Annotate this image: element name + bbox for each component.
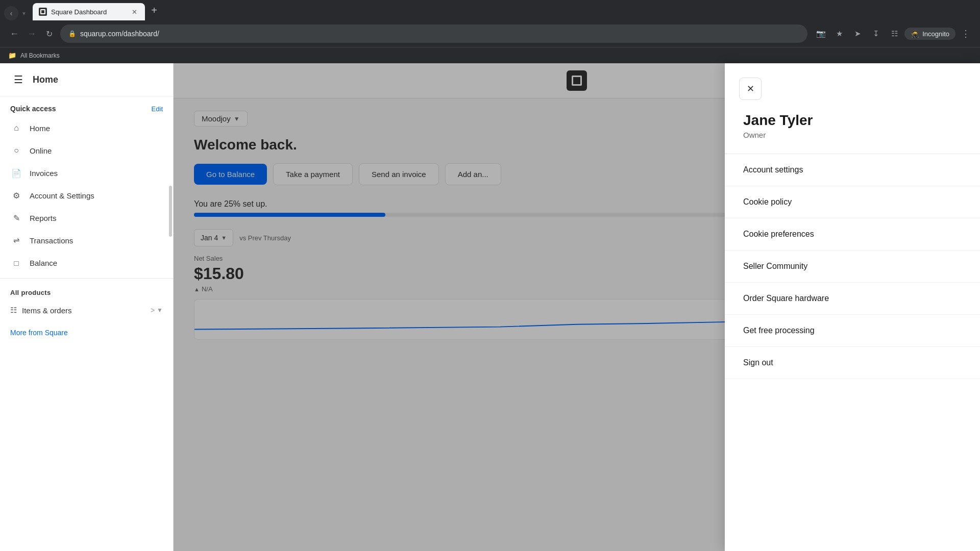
omnibar: ← → ↻ 🔒 squarup.com/dashboard/ 📷 ★ ➤ ↧ ☷… — [0, 20, 980, 47]
bookmarks-bar: 📁 All Bookmarks — [0, 47, 980, 63]
sidebar-home-title: Home — [33, 74, 58, 85]
panel-menu-item-cookie-preferences[interactable]: Cookie preferences — [725, 218, 980, 251]
bookmarks-folder-icon: 📁 — [8, 52, 16, 59]
panel-close-btn[interactable]: ✕ — [739, 78, 762, 100]
panel-menu-item-free-processing[interactable]: Get free processing — [725, 315, 980, 347]
items-orders-item[interactable]: ☷ Items & orders > ▼ — [0, 300, 173, 320]
bookmark-btn[interactable]: ★ — [831, 26, 847, 42]
sidebar: ☰ Home Quick access Edit ⌂ Home ○ Online… — [0, 63, 174, 551]
tab-bar: ‹ ▼ Square Dashboard ✕ + — [0, 0, 980, 20]
panel-menu-item-cookie-policy[interactable]: Cookie policy — [725, 186, 980, 218]
items-orders-chevron: > — [151, 306, 155, 314]
sidebar-transactions-label: Transactions — [30, 236, 73, 245]
home-icon: ⌂ — [10, 122, 22, 134]
items-orders-left: ☷ Items & orders — [10, 306, 72, 315]
address-url: squarup.com/dashboard/ — [80, 30, 799, 38]
back-btn[interactable]: ← — [6, 26, 22, 42]
sidebar-item-invoices[interactable]: 📄 Invoices — [0, 162, 173, 184]
all-products-title: All products — [0, 285, 173, 300]
tab-close-btn[interactable]: ✕ — [130, 7, 139, 16]
sidebar-item-reports[interactable]: ✎ Reports — [0, 207, 173, 229]
edit-quick-access-btn[interactable]: Edit — [152, 105, 163, 113]
address-bar[interactable]: 🔒 squarup.com/dashboard/ — [60, 24, 807, 43]
more-from-square-link[interactable]: More from Square — [10, 329, 68, 337]
download-btn[interactable]: ↧ — [868, 26, 884, 42]
hamburger-btn[interactable]: ☰ — [10, 71, 27, 88]
camera-btn[interactable]: 📷 — [813, 26, 829, 42]
sidebar-home-label: Home — [30, 124, 50, 133]
balance-icon: □ — [10, 257, 22, 269]
invoices-icon: 📄 — [10, 167, 22, 179]
profile-panel: ✕ Jane Tyler Owner Account settings Cook… — [725, 63, 980, 551]
sidebar-item-transactions[interactable]: ⇌ Transactions — [0, 229, 173, 252]
sidebar-item-balance[interactable]: □ Balance — [0, 252, 173, 274]
quick-access-header: Quick access Edit — [0, 103, 173, 117]
sidebar-item-home[interactable]: ⌂ Home — [0, 117, 173, 139]
items-orders-right: > ▼ — [151, 306, 163, 314]
sidebar-header: ☰ Home — [0, 63, 173, 96]
app-container: ☰ Home Quick access Edit ⌂ Home ○ Online… — [0, 63, 980, 551]
sidebar-item-online[interactable]: ○ Online — [0, 139, 173, 162]
sidebar-invoices-label: Invoices — [30, 169, 58, 178]
more-from-square: More from Square — [0, 324, 173, 345]
panel-menu-item-seller-community[interactable]: Seller Community — [725, 251, 980, 283]
quick-access-label: Quick access — [10, 105, 56, 113]
panel-user-name: Jane Tyler — [725, 100, 980, 131]
new-tab-btn[interactable]: + — [147, 3, 161, 17]
tab-title: Square Dashboard — [51, 8, 126, 16]
quick-access-section: Quick access Edit ⌂ Home ○ Online 📄 Invo… — [0, 96, 173, 276]
lock-icon: 🔒 — [68, 30, 76, 37]
account-settings-icon: ⚙ — [10, 189, 22, 202]
active-tab[interactable]: Square Dashboard ✕ — [33, 3, 145, 20]
sidebar-balance-label: Balance — [30, 259, 57, 267]
incognito-label: Incognito — [922, 30, 949, 38]
back-history-btn[interactable]: ‹ — [4, 6, 18, 20]
panel-menu-item-sign-out[interactable]: Sign out — [725, 347, 980, 379]
sidebar-divider-1 — [0, 278, 173, 279]
transactions-icon: ⇌ — [10, 234, 22, 246]
reports-icon: ✎ — [10, 212, 22, 224]
online-icon: ○ — [10, 144, 22, 157]
tab-favicon — [39, 8, 47, 16]
send-btn[interactable]: ➤ — [849, 26, 866, 42]
reload-btn[interactable]: ↻ — [41, 26, 57, 42]
all-bookmarks-label[interactable]: All Bookmarks — [20, 52, 60, 59]
browser-chrome: ‹ ▼ Square Dashboard ✕ + ← → ↻ 🔒 squarup… — [0, 0, 980, 63]
sidebar-item-account-settings[interactable]: ⚙ Account & Settings — [0, 184, 173, 207]
sidebar-account-settings-label: Account & Settings — [30, 191, 94, 200]
forward-btn[interactable]: → — [23, 26, 40, 42]
sidebar-reports-label: Reports — [30, 214, 57, 222]
items-orders-icon: ☷ — [10, 306, 17, 315]
forward-history-list-btn[interactable]: ▼ — [19, 9, 29, 18]
incognito-btn[interactable]: 🥷 Incognito — [904, 28, 955, 40]
panel-menu-item-order-hardware[interactable]: Order Square hardware — [725, 283, 980, 315]
panel-menu-item-account-settings[interactable]: Account settings — [725, 154, 980, 186]
menu-btn[interactable]: ⋮ — [958, 26, 974, 42]
items-orders-label: Items & orders — [22, 306, 72, 315]
close-icon: ✕ — [747, 84, 754, 93]
incognito-icon: 🥷 — [911, 30, 919, 38]
items-orders-dropdown: ▼ — [157, 307, 163, 314]
tab-nav-left[interactable]: ‹ ▼ — [4, 6, 29, 20]
panel-user-role: Owner — [725, 131, 980, 154]
profile-btn[interactable]: ☷ — [886, 26, 902, 42]
sidebar-scroll-thumb[interactable] — [169, 186, 172, 237]
sidebar-online-label: Online — [30, 146, 52, 155]
all-products-section: All products ☷ Items & orders > ▼ — [0, 281, 173, 324]
